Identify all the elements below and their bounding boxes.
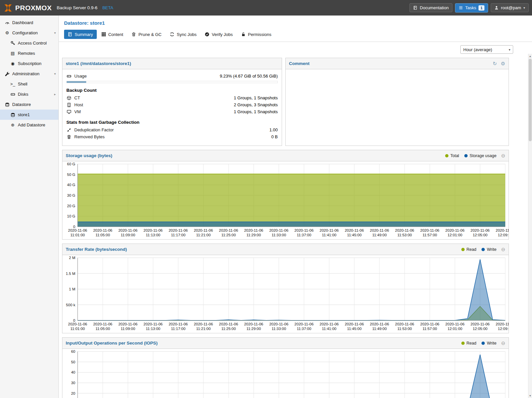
usage-progress-bar <box>66 81 278 83</box>
svg-text:2020-11-06: 2020-11-06 <box>244 322 263 326</box>
scroll-up-arrow[interactable]: ▲ <box>528 54 532 58</box>
beta-link[interactable]: BETA <box>102 5 113 10</box>
gc-stats-heading: Stats from last Garbage Collection <box>66 120 278 125</box>
gear-icon[interactable]: ⚙ <box>501 61 505 66</box>
summary-toolbar: Hour (average) ▾ <box>59 42 532 57</box>
top-header-actions: Documentation Tasks 1 root@pam ▾ <box>409 3 529 13</box>
sidebar-item-disks[interactable]: Disks▸ <box>0 89 58 99</box>
svg-text:11:05:00: 11:05:00 <box>95 233 110 237</box>
vm-count-row: VM 1 Groups, 1 Snapshots <box>66 108 278 115</box>
tab-permissions[interactable]: Permissions <box>237 30 275 39</box>
chevron-down-icon[interactable]: ▾ <box>54 31 56 35</box>
documentation-button[interactable]: Documentation <box>409 3 452 12</box>
datastore-summary-panel: store1 (/mnt/datastores/store1) Usage 9.… <box>62 58 282 146</box>
backup-count-heading: Backup Count <box>66 88 278 93</box>
refresh-icon[interactable]: ↻ <box>493 61 497 66</box>
collapse-icon[interactable]: ⊖ <box>501 341 505 346</box>
chart-legend: TotalStorage usage <box>440 153 497 158</box>
tab-summary[interactable]: Summary <box>64 30 97 39</box>
svg-text:2020-11-06: 2020-11-06 <box>169 228 188 232</box>
svg-text:2020-11-06: 2020-11-06 <box>68 228 87 232</box>
transfer-rate-chart: 0500 k1 M1.5 M2 M2020-11-0611:01:002020-… <box>62 255 509 333</box>
database-icon <box>10 113 16 117</box>
svg-text:11:09:00: 11:09:00 <box>121 233 135 237</box>
svg-text:30: 30 <box>71 381 75 385</box>
drive-icon <box>10 92 16 97</box>
svg-text:2020-11-06: 2020-11-06 <box>219 322 238 326</box>
svg-text:2020-11-06: 2020-11-06 <box>345 228 364 232</box>
svg-text:11:41:00: 11:41:00 <box>322 233 337 237</box>
svg-text:2020-11-06: 2020-11-06 <box>370 228 389 232</box>
svg-text:11:33:00: 11:33:00 <box>271 327 286 331</box>
tab-sync-jobs[interactable]: Sync Jobs <box>166 30 200 39</box>
sidebar-item-subscription[interactable]: ◉Subscription <box>0 58 58 69</box>
sidebar-item-administration[interactable]: Administration▾ <box>0 69 58 79</box>
tab-content[interactable]: Content <box>98 30 127 39</box>
svg-text:11:09:00: 11:09:00 <box>121 327 135 331</box>
usage-progress-fill <box>67 81 86 83</box>
sidebar-item-access-control[interactable]: Access Control <box>0 38 58 48</box>
svg-text:2020-11-06: 2020-11-06 <box>269 228 288 232</box>
sidebar-item-add-datastore[interactable]: ⊕Add Datastore <box>0 120 58 130</box>
chevron-down-icon[interactable]: ▾ <box>506 46 513 53</box>
chart-title: Storage usage (bytes) <box>66 153 112 158</box>
collapse-icon[interactable]: ⊖ <box>501 153 505 158</box>
svg-text:11:33:00: 11:33:00 <box>271 233 286 237</box>
usage-row: Usage 9.23% (4.67 GiB of 50.56 GiB) <box>66 73 278 80</box>
chevron-right-icon[interactable]: ▸ <box>54 92 56 96</box>
panel-title: Comment <box>289 61 309 66</box>
svg-text:12:05:00: 12:05:00 <box>473 233 487 237</box>
legend-write: Write <box>481 341 496 346</box>
tab-verify-jobs[interactable]: Verify Jobs <box>201 30 236 39</box>
sidebar-item-shell[interactable]: >_Shell <box>0 79 58 89</box>
svg-text:20 G: 20 G <box>67 204 75 208</box>
top-header: PROXMOX Backup Server 0.9-6 BETA Documen… <box>0 0 532 16</box>
svg-text:11:57:00: 11:57:00 <box>423 327 437 331</box>
chart-title: Transfer Rate (bytes/second) <box>66 247 127 252</box>
svg-text:30 G: 30 G <box>67 193 75 197</box>
comment-content[interactable] <box>286 69 509 146</box>
svg-text:1 M: 1 M <box>69 287 75 291</box>
svg-text:11:01:00: 11:01:00 <box>70 327 85 331</box>
sidebar-item-datastore[interactable]: Datastore <box>0 99 58 110</box>
sidebar-item-remotes[interactable]: ▤Remotes <box>0 48 58 58</box>
timeframe-select[interactable]: Hour (average) ▾ <box>460 45 513 54</box>
legend-read: Read <box>461 247 477 252</box>
svg-text:50 G: 50 G <box>67 173 75 177</box>
product-version: Backup Server 0.9-6 <box>57 5 97 10</box>
scroll-down-arrow[interactable]: ▼ <box>528 393 532 398</box>
svg-text:2020-11-06: 2020-11-06 <box>269 322 288 326</box>
vertical-scrollbar[interactable]: ▲ ▼ <box>528 54 532 398</box>
scrollbar-thumb[interactable] <box>529 59 532 141</box>
sidebar-item-store1[interactable]: store1 <box>0 110 58 120</box>
tab-prune-gc[interactable]: Prune & GC <box>128 30 165 39</box>
svg-text:11:17:00: 11:17:00 <box>171 233 186 237</box>
svg-text:11:01:00: 11:01:00 <box>70 233 85 237</box>
svg-text:2 M: 2 M <box>69 256 75 260</box>
database-icon <box>4 102 10 107</box>
collapse-icon[interactable]: ⊖ <box>501 247 505 252</box>
svg-text:11:25:00: 11:25:00 <box>221 327 236 331</box>
proxmox-logo-icon <box>3 4 13 12</box>
sidebar-item-configuration[interactable]: ⚙Configuration▾ <box>0 28 58 38</box>
user-menu-button[interactable]: root@pam ▾ <box>491 3 529 12</box>
chevron-down-icon[interactable]: ▾ <box>54 72 56 76</box>
tab-bar: Summary Content Prune & GC Sync Jobs Ver… <box>59 28 532 42</box>
trash-icon <box>131 32 136 37</box>
tasks-button[interactable]: Tasks 1 <box>455 3 488 13</box>
svg-text:2020-11-06: 2020-11-06 <box>169 322 188 326</box>
svg-text:2020-11-06: 2020-11-06 <box>445 228 465 232</box>
iops-chart-panel: Input/Output Operations per Second (IOPS… <box>62 337 509 398</box>
svg-text:11:29:00: 11:29:00 <box>246 327 261 331</box>
legend-write: Write <box>481 247 496 252</box>
svg-text:2020-11-06: 2020-11-06 <box>295 228 314 232</box>
svg-text:60: 60 <box>71 349 75 353</box>
sidebar-item-dashboard[interactable]: Dashboard <box>0 17 58 28</box>
svg-text:2020-11-06: 2020-11-06 <box>471 322 490 326</box>
svg-text:60 G: 60 G <box>67 162 75 166</box>
svg-text:2020-11-06: 2020-11-06 <box>93 228 112 232</box>
brand-name: PROXMOX <box>15 4 52 12</box>
svg-text:12:01:00: 12:01:00 <box>447 233 462 237</box>
svg-text:10 G: 10 G <box>67 214 75 218</box>
page-header: Datastore: store1 <box>59 16 532 28</box>
